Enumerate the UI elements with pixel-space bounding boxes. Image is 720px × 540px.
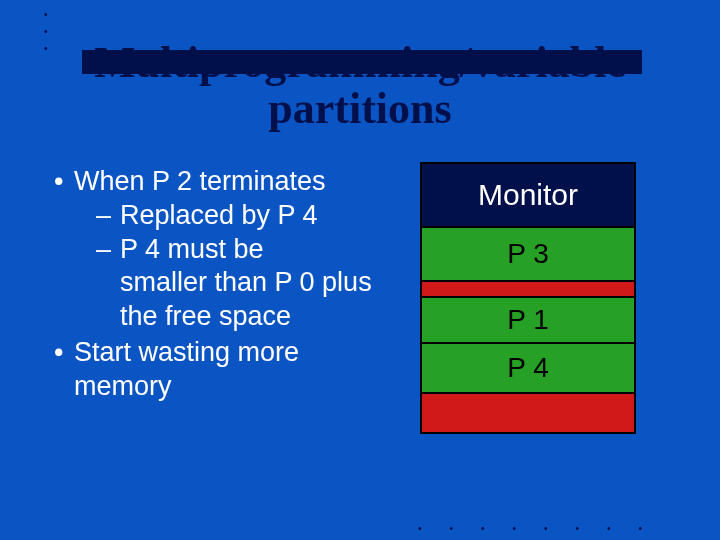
- segment-label: Monitor: [478, 178, 578, 212]
- segment-p1: P 1: [420, 296, 636, 344]
- bullet-text: P 4 must be: [120, 234, 264, 264]
- segment-gap: [420, 392, 636, 434]
- title-line-1: Multiprogramming/variable: [94, 38, 626, 87]
- slide-title: Multiprogramming/variable partitions: [0, 40, 720, 132]
- bullet-level1: When P 2 terminates Replaced by P 4 P 4 …: [54, 165, 384, 334]
- bullet-text: When P 2 terminates: [74, 166, 326, 196]
- segment-p4: P 4: [420, 342, 636, 394]
- title-line-2: partitions: [268, 84, 451, 133]
- bullet-level1: Start wasting more memory: [54, 336, 384, 404]
- bullet-text: Replaced by P 4: [120, 200, 318, 230]
- segment-label: P 1: [507, 304, 549, 336]
- segment-label: P 4: [507, 352, 549, 384]
- segment-p3: P 3: [420, 226, 636, 282]
- bullet-level2: Replaced by P 4: [74, 199, 384, 233]
- bullet-content: When P 2 terminates Replaced by P 4 P 4 …: [54, 165, 384, 405]
- memory-diagram: Monitor P 3 P 1 P 4: [420, 162, 636, 432]
- segment-label: P 3: [507, 238, 549, 270]
- decorative-dots-bottom: ••••••••: [418, 523, 670, 534]
- segment-monitor: Monitor: [420, 162, 636, 228]
- bullet-text-continuation: smaller than P 0 plus the free space: [120, 266, 384, 334]
- bullet-text: Start wasting more memory: [74, 337, 299, 401]
- bullet-level2: P 4 must be smaller than P 0 plus the fr…: [74, 233, 384, 334]
